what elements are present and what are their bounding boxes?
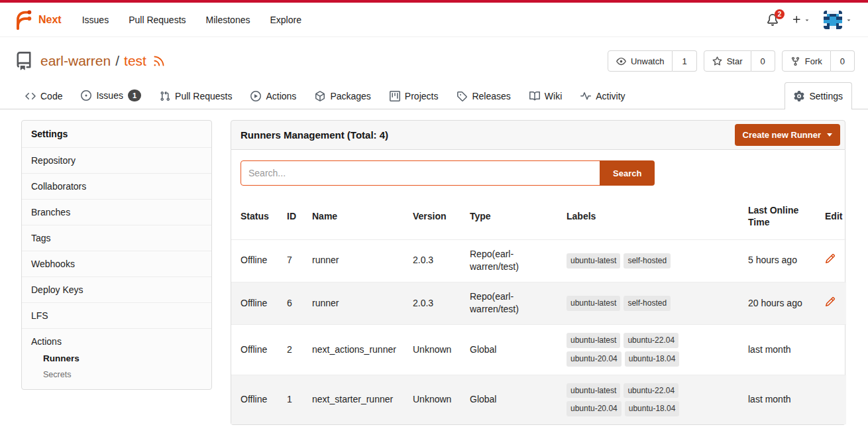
cell-type: Global — [464, 375, 561, 424]
tab-label: Issues — [96, 90, 123, 101]
chevron-down-icon — [827, 133, 832, 137]
sidebar-item-label: Deploy Keys — [31, 284, 83, 295]
sidebar-item-tags[interactable]: Tags — [22, 225, 211, 251]
runner-label-chip: ubuntu-22.04 — [624, 383, 678, 398]
sidebar-item-label: Tags — [31, 233, 51, 243]
cell-status: Offline — [231, 375, 282, 424]
unwatch-count[interactable]: 1 — [673, 50, 696, 72]
panel-title: Runners Management (Total: 4) — [241, 129, 388, 141]
user-menu-button[interactable] — [824, 11, 852, 29]
edit-runner-button[interactable] — [825, 296, 836, 307]
cell-edit — [820, 375, 846, 424]
nav-item-milestones[interactable]: Milestones — [196, 9, 260, 31]
cell-labels: ubuntu-latestself-hosted — [561, 239, 743, 282]
cell-status: Offline — [231, 325, 282, 375]
fork-count[interactable]: 0 — [831, 50, 855, 72]
tab-wiki[interactable]: Wiki — [520, 82, 571, 109]
tab-label: Releases — [472, 91, 510, 101]
fork-button-group: Fork0 — [782, 50, 855, 72]
avatar — [824, 11, 842, 29]
cell-type: Global — [464, 325, 561, 375]
repo-owner-link[interactable]: earl-warren — [40, 53, 111, 69]
tab-actions[interactable]: Actions — [241, 82, 305, 109]
brand-name: Next — [38, 14, 62, 26]
create-runner-button[interactable]: Create new Runner — [735, 124, 840, 146]
create-runner-label: Create new Runner — [743, 130, 821, 140]
nav-item-issues[interactable]: Issues — [72, 9, 119, 31]
sidebar-item-label: LFS — [31, 310, 48, 321]
tab-count-badge: 1 — [128, 90, 141, 101]
notifications-button[interactable]: 2 — [767, 14, 779, 26]
sidebar-item-lfs[interactable]: LFS — [22, 302, 211, 328]
sidebar-item-collaborators[interactable]: Collaborators — [22, 173, 211, 199]
sidebar-item-webhooks[interactable]: Webhooks — [22, 251, 211, 276]
runner-label-chip: ubuntu-latest — [567, 383, 620, 398]
search-button[interactable]: Search — [600, 160, 655, 186]
star-count[interactable]: 0 — [751, 50, 775, 72]
tag-icon — [457, 91, 467, 101]
tab-label: Wiki — [545, 91, 562, 101]
star-button[interactable]: Star — [704, 50, 751, 72]
repo-name-link[interactable]: test — [124, 53, 146, 69]
cell-name: next_starter_runner — [307, 375, 407, 424]
cell-name: next_actions_runner — [307, 325, 407, 375]
runners-panel-body: Search StatusIDNameVersionTypeLabelsLast… — [231, 150, 845, 425]
tab-label: Pull Requests — [175, 91, 232, 101]
cell-edit — [820, 325, 846, 375]
pulse-icon — [580, 91, 591, 101]
tab-issues[interactable]: Issues1 — [72, 81, 150, 109]
cell-version: Unknown — [407, 375, 464, 424]
runner-row: Offline7runner2.0.3Repo(earl-warren/test… — [231, 239, 846, 282]
tab-activity[interactable]: Activity — [571, 82, 634, 109]
edit-runner-button[interactable] — [825, 253, 836, 264]
cell-last-online: last month — [743, 325, 820, 375]
tab-pull-requests[interactable]: Pull Requests — [150, 82, 241, 109]
eye-icon — [616, 56, 626, 66]
runner-label-chip: ubuntu-20.04 — [567, 351, 622, 367]
rss-icon[interactable] — [152, 54, 166, 68]
fork-button[interactable]: Fork — [782, 50, 831, 72]
search-input[interactable] — [241, 160, 600, 186]
tab-label: Settings — [809, 91, 843, 101]
issue-icon — [81, 90, 91, 101]
sidebar-item-deploy-keys[interactable]: Deploy Keys — [22, 276, 211, 302]
tab-releases[interactable]: Releases — [447, 82, 519, 109]
nav-item-explore[interactable]: Explore — [260, 9, 311, 31]
table-body: Offline7runner2.0.3Repo(earl-warren/test… — [231, 239, 846, 424]
runner-labels: ubuntu-latestself-hosted — [567, 253, 706, 269]
content: Settings RepositoryCollaboratorsBranches… — [0, 109, 868, 425]
runner-label-chip: self-hosted — [624, 253, 671, 269]
pencil-icon — [825, 253, 836, 264]
tab-projects[interactable]: Projects — [380, 82, 448, 109]
runner-label-chip: ubuntu-18.04 — [625, 401, 680, 416]
notification-count-badge: 2 — [775, 9, 785, 19]
sidebar-item-repository[interactable]: Repository — [22, 147, 211, 173]
sidebar-item-label: Webhooks — [31, 259, 75, 269]
column-header-last-online-time: Last Online Time — [743, 196, 820, 239]
tab-packages[interactable]: Packages — [305, 82, 380, 109]
sidebar-subitem-runners[interactable]: Runners — [43, 353, 202, 363]
star-icon — [712, 56, 722, 66]
sidebar-item-branches[interactable]: Branches — [22, 199, 211, 225]
runners-panel-header: Runners Management (Total: 4) Create new… — [231, 120, 845, 150]
nav-item-pull-requests[interactable]: Pull Requests — [119, 9, 195, 31]
fork-icon — [790, 56, 800, 66]
sidebar-item-actions[interactable]: ActionsRunnersSecrets — [22, 328, 211, 389]
runner-label-chip: self-hosted — [624, 296, 671, 311]
tab-code[interactable]: Code — [16, 82, 72, 109]
unwatch-button[interactable]: Unwatch — [608, 50, 673, 72]
runner-label-chip: ubuntu-22.04 — [624, 333, 678, 348]
cell-labels: ubuntu-latestubuntu-22.04ubuntu-20.04ubu… — [561, 325, 743, 375]
sidebar-subitem-secrets[interactable]: Secrets — [43, 370, 202, 379]
gear-icon — [794, 91, 804, 101]
cell-type: Repo(earl-warren/test) — [464, 239, 561, 282]
cell-last-online: last month — [743, 375, 820, 424]
cell-id: 1 — [282, 375, 307, 424]
runner-labels: ubuntu-latestubuntu-22.04ubuntu-20.04ubu… — [567, 333, 706, 367]
pencil-icon — [825, 296, 836, 307]
tab-settings[interactable]: Settings — [785, 82, 852, 109]
create-menu-button[interactable] — [792, 15, 810, 25]
chevron-down-icon — [804, 17, 810, 23]
home-link[interactable]: Next — [13, 10, 62, 30]
sidebar-items: RepositoryCollaboratorsBranchesTagsWebho… — [22, 147, 211, 389]
